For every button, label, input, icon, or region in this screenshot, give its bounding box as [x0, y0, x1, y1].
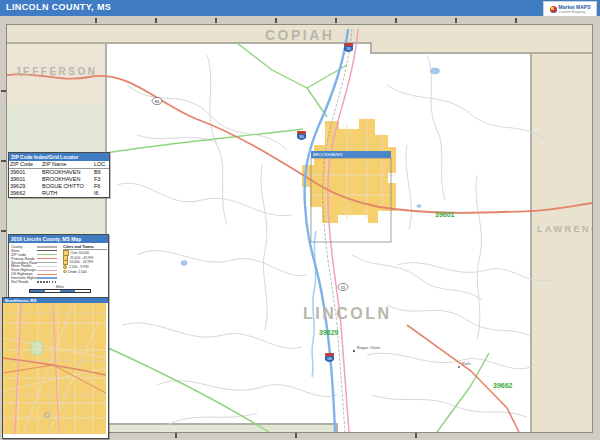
- scale-bar-graphic: [29, 289, 91, 294]
- state-line-swatch: [37, 250, 57, 251]
- legend-line-symbols: County State ZIP Code Primary Roads Seco…: [11, 245, 61, 284]
- grid-tick: [215, 18, 217, 23]
- grid-tick: [515, 18, 517, 23]
- county-lawrence-area: [531, 53, 592, 432]
- grid-tick: [95, 18, 97, 23]
- grid-tick: [295, 433, 297, 438]
- svg-text:51: 51: [341, 285, 346, 290]
- railroad-swatch: [37, 281, 57, 282]
- logo-globe-icon: [550, 6, 557, 13]
- us-51-shield-icon: 51: [338, 283, 348, 290]
- zip-code-cell: 39629: [9, 183, 41, 190]
- county-line-swatch: [37, 246, 57, 247]
- inset-extent-label: BROOKHAVEN: [313, 152, 342, 157]
- legend-cities: Cities and Towns Over 50,000 25,000 - 49…: [63, 245, 107, 274]
- city-class-label: 10,000 - 24,999: [69, 260, 93, 264]
- table-row: 39662 RUTH I6: [9, 190, 109, 197]
- zip-loc-cell: I6: [93, 190, 109, 197]
- us-84-shield-icon: 84: [152, 97, 162, 104]
- scale-bar: Miles: [29, 285, 91, 294]
- us-highway-swatch: [37, 274, 57, 275]
- grid-tick: [415, 433, 417, 438]
- zip-label-39662: 39662: [493, 382, 513, 389]
- table-row: 39601 BROOKHAVEN B6: [9, 169, 109, 177]
- zip-line-swatch: [37, 254, 57, 255]
- inset-map-canvas: [3, 303, 106, 434]
- grid-tick: [395, 18, 397, 23]
- grid-tick: [335, 18, 337, 23]
- interstate-swatch: [37, 277, 57, 278]
- title-bar: LINCOLN COUNTY, MS: [0, 0, 600, 16]
- county-label-copiah: COPIAH: [265, 27, 334, 43]
- page-title: LINCOLN COUNTY, MS: [6, 2, 111, 12]
- table-row: 39601 BROOKHAVEN F3: [9, 176, 109, 183]
- zip-label-39629: 39629: [319, 329, 339, 336]
- zip-col-header: ZIP Code: [9, 161, 41, 169]
- county-label-jefferson: JEFFERSON: [15, 66, 98, 77]
- grid-tick: [275, 18, 277, 23]
- grid-tick: [455, 18, 457, 23]
- town-label-ruth: Ruth: [462, 361, 470, 366]
- logo-tagline: Custom Mapping: [559, 10, 591, 14]
- zip-code-cell: 39601: [9, 169, 41, 177]
- county-label-lawrence: LAWRENCE: [537, 224, 592, 234]
- town-label-bogue-chitto: Bogue Chitto: [357, 345, 381, 350]
- interstate-55-shield-icon: 55: [297, 131, 306, 140]
- zip-label-39601: 39601: [435, 211, 455, 218]
- zip-name-cell: RUTH: [41, 190, 93, 197]
- table-row: 39629 BOGUE CHITTO F6: [9, 183, 109, 190]
- zip-loc-cell: B6: [93, 169, 109, 177]
- city-class-label: 25,000 - 49,999: [70, 256, 94, 260]
- city-class-symbol: [63, 270, 67, 274]
- city-class-label: Under 2,500: [68, 270, 87, 274]
- secondary-road-swatch: [37, 262, 57, 263]
- city-class-label: Over 50,000: [71, 251, 90, 255]
- zip-code-cell: 39662: [9, 190, 41, 197]
- grid-tick: [1, 90, 6, 92]
- zip-code-cell: 39601: [9, 176, 41, 183]
- brand-logo: Market MAPS Custom Mapping: [543, 1, 597, 17]
- legend-item-label: Rail Roads: [11, 280, 37, 284]
- zip-name-cell: BROOKHAVEN: [41, 169, 93, 177]
- zip-col-header: LOC: [93, 161, 109, 169]
- map-page: LINCOLN COUNTY, MS Market MAPS Custom Ma…: [0, 0, 600, 440]
- svg-text:55: 55: [327, 356, 332, 361]
- county-label-lincoln: LINCOLN: [303, 305, 392, 322]
- zip-name-cell: BROOKHAVEN: [41, 176, 93, 183]
- zip-col-header: ZIP Name: [41, 161, 93, 169]
- zip-index-title: ZIP Code Index/Grid Locator: [9, 153, 109, 161]
- cities-header: Cities and Towns: [63, 245, 107, 250]
- zip-loc-cell: F6: [93, 183, 109, 190]
- state-highway-swatch: [37, 270, 57, 271]
- grid-tick: [1, 230, 6, 232]
- grid-tick: [155, 18, 157, 23]
- minor-road-swatch: [37, 266, 57, 267]
- county-south-area: [106, 424, 337, 432]
- zip-index-panel: ZIP Code Index/Grid Locator ZIP Code ZIP…: [8, 152, 110, 198]
- svg-text:84: 84: [155, 99, 160, 104]
- svg-text:55: 55: [299, 134, 304, 139]
- svg-text:55: 55: [346, 46, 351, 51]
- primary-road-swatch: [37, 258, 57, 259]
- legend-title: 2016 Lincoln County, MS Map: [9, 235, 108, 243]
- city-class-label: 2,500 - 9,999: [69, 265, 89, 269]
- zip-loc-cell: F3: [93, 176, 109, 183]
- legend-panel: 2016 Lincoln County, MS Map County State…: [8, 234, 109, 298]
- zip-name-cell: BOGUE CHITTO: [41, 183, 93, 190]
- park-area: [31, 341, 43, 355]
- interstate-55-shield-icon: 55: [325, 353, 334, 362]
- logo-brand-text: Market MAPS: [559, 5, 591, 10]
- grid-tick: [175, 433, 177, 438]
- grid-tick: [1, 160, 6, 162]
- interstate-55-shield-icon: 55: [344, 43, 353, 52]
- inset-map-panel: Brookhaven, MS: [2, 297, 109, 439]
